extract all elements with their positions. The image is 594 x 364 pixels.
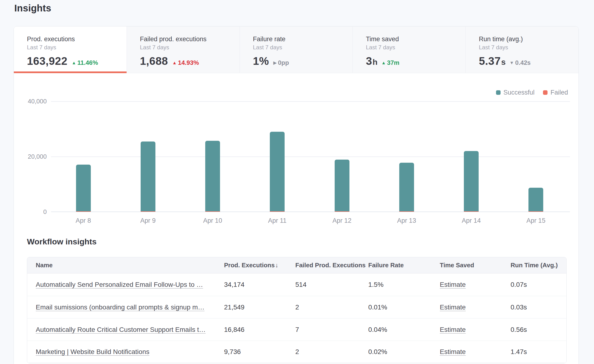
trend-down-icon: ▼	[509, 60, 514, 66]
column-header-prod-executions[interactable]: Prod. Executions↓	[224, 262, 295, 269]
failure-rate-cell: 0.01%	[368, 304, 440, 311]
metric-value: 1,688	[140, 54, 168, 67]
metric-value: 5.37	[479, 54, 501, 67]
successful-segment	[528, 188, 543, 211]
estimate-link[interactable]: Estimate	[440, 304, 466, 311]
failed-segment	[528, 211, 543, 212]
failure-rate-cell: 0.02%	[368, 348, 440, 356]
failed-executions-cell: 7	[295, 326, 368, 333]
bar-band: Apr 10	[180, 101, 245, 212]
bar-band: Apr 8	[51, 101, 116, 212]
bar-band: Apr 13	[374, 101, 439, 212]
metric-period: Last 7 days	[366, 44, 458, 51]
metric-card-run-time-avg[interactable]: Run time (avg.) Last 7 days 5.37s ▼0.42s	[466, 26, 579, 73]
column-header-failure-rate[interactable]: Failure Rate	[368, 262, 440, 269]
metric-card-time-saved[interactable]: Time saved Last 7 days 3h ▲37m	[352, 26, 466, 73]
metric-card-failed-prod-executions[interactable]: Failed prod. executions Last 7 days 1,68…	[127, 26, 240, 73]
table-header-row: Name Prod. Executions↓ Failed Prod. Exec…	[27, 257, 566, 273]
successful-segment	[335, 160, 350, 211]
x-axis-tick-label: Apr 9	[124, 217, 172, 225]
estimate-link[interactable]: Estimate	[440, 281, 466, 288]
execution-bar-apr-8[interactable]	[76, 165, 91, 212]
workflow-insights-table: Name Prod. Executions↓ Failed Prod. Exec…	[27, 257, 567, 363]
x-axis-tick-label: Apr 12	[318, 217, 366, 225]
column-header-name[interactable]: Name	[36, 262, 224, 269]
insights-page: Insights Prod. executions Last 7 days 16…	[0, 0, 594, 364]
failed-segment	[464, 211, 479, 212]
failed-segment	[76, 211, 91, 212]
table-row: Automatically Send Personalized Email Fo…	[27, 273, 566, 296]
metric-delta: ▶0pp	[273, 59, 289, 66]
table-row: Marketing | Website Build Notifications …	[27, 341, 566, 363]
metric-value: 1%	[253, 54, 269, 67]
failed-executions-cell: 2	[295, 304, 368, 311]
execution-bar-apr-11[interactable]	[270, 132, 285, 212]
bars-area: Apr 8Apr 9Apr 10Apr 11Apr 12Apr 13Apr 14…	[51, 101, 568, 212]
successful-segment	[399, 163, 414, 211]
successful-swatch-icon	[496, 90, 500, 95]
metric-delta: ▼0.42s	[509, 59, 531, 66]
x-axis-tick-label: Apr 10	[189, 217, 236, 225]
metric-label: Run time (avg.)	[479, 35, 571, 43]
failed-segment	[270, 211, 285, 212]
legend-item-successful[interactable]: Successful	[496, 89, 535, 96]
y-axis-tick-label: 0	[14, 208, 47, 216]
execution-bar-apr-15[interactable]	[528, 188, 543, 212]
bar-band: Apr 15	[504, 101, 568, 212]
execution-bar-apr-12[interactable]	[335, 160, 350, 212]
metric-label: Prod. executions	[27, 35, 119, 43]
execution-bar-apr-9[interactable]	[141, 141, 155, 212]
metric-label: Time saved	[366, 35, 458, 43]
metric-unit: h	[372, 57, 378, 67]
legend-label: Successful	[503, 89, 535, 96]
metric-delta: ▲37m	[381, 59, 399, 66]
run-time-cell: 1.47s	[511, 348, 566, 356]
failed-executions-cell: 2	[295, 348, 368, 356]
execution-bar-apr-14[interactable]	[464, 151, 479, 212]
column-header-failed-prod-executions[interactable]: Failed Prod. Executions	[295, 262, 368, 269]
failure-rate-cell: 1.5%	[368, 281, 440, 289]
legend-item-failed[interactable]: Failed	[543, 89, 568, 96]
y-axis-tick-label: 20,000	[14, 153, 47, 160]
workflow-name-link[interactable]: Automatically Route Critical Customer Su…	[36, 326, 206, 333]
successful-segment	[76, 165, 91, 211]
execution-bar-apr-10[interactable]	[205, 141, 220, 212]
workflow-name-link[interactable]: Marketing | Website Build Notifications	[36, 348, 149, 355]
metric-period: Last 7 days	[140, 44, 232, 51]
successful-segment	[464, 151, 479, 211]
trend-up-icon: ▲	[381, 60, 386, 66]
run-time-cell: 0.03s	[511, 304, 566, 311]
metric-card-prod-executions[interactable]: Prod. executions Last 7 days 163,922 ▲11…	[14, 26, 127, 73]
metric-delta: ▲11.46%	[72, 59, 98, 66]
estimate-link[interactable]: Estimate	[440, 326, 466, 333]
prod-executions-cell: 21,549	[224, 304, 295, 311]
x-axis-tick-label: Apr 15	[512, 217, 560, 225]
metric-period: Last 7 days	[479, 44, 571, 51]
failure-rate-cell: 0.04%	[368, 326, 440, 333]
metric-card-failure-rate[interactable]: Failure rate Last 7 days 1% ▶0pp	[240, 26, 352, 73]
execution-bar-apr-13[interactable]	[399, 163, 414, 212]
page-title: Insights	[14, 3, 51, 13]
workflow-insights-heading: Workflow insights	[27, 237, 96, 246]
x-axis-tick-label: Apr 13	[383, 217, 431, 225]
metrics-row: Prod. executions Last 7 days 163,922 ▲11…	[14, 26, 579, 73]
metric-label: Failed prod. executions	[140, 35, 232, 43]
x-axis-tick-label: Apr 8	[60, 217, 107, 225]
failed-segment	[399, 211, 414, 212]
workflow-name-link[interactable]: Email sumissions (onboarding call prompt…	[36, 304, 204, 311]
x-axis-tick-label: Apr 11	[253, 217, 301, 225]
trend-flat-icon: ▶	[273, 60, 277, 66]
bar-band: Apr 11	[245, 101, 310, 212]
run-time-cell: 0.56s	[511, 326, 566, 333]
column-header-time-saved[interactable]: Time Saved	[440, 262, 511, 269]
sort-desc-icon: ↓	[275, 262, 278, 269]
failed-segment	[141, 211, 155, 212]
metric-unit: s	[501, 57, 506, 67]
column-header-run-time[interactable]: Run Time (Avg.)	[511, 262, 566, 269]
failed-executions-cell: 514	[295, 281, 368, 289]
estimate-link[interactable]: Estimate	[440, 348, 466, 355]
workflow-name-link[interactable]: Automatically Send Personalized Email Fo…	[36, 281, 203, 288]
legend-label: Failed	[550, 89, 568, 96]
metric-period: Last 7 days	[253, 44, 345, 51]
insights-panel: Prod. executions Last 7 days 163,922 ▲11…	[14, 26, 579, 364]
